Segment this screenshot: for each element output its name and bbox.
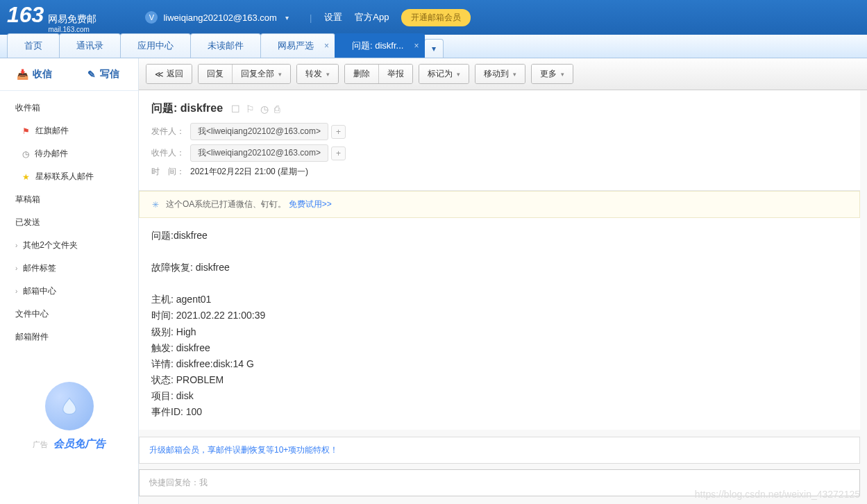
back-button[interactable]: ≪返回: [146, 65, 192, 83]
chevron-down-icon: ▾: [513, 71, 516, 78]
oa-link[interactable]: 免费试用>>: [289, 199, 332, 209]
folder-label: 已发送: [15, 217, 40, 228]
flag-icon: ⚑: [22, 126, 30, 136]
report-button[interactable]: 举报: [379, 65, 412, 83]
compose-button[interactable]: ✎ 写信: [69, 58, 139, 90]
tab-current-mail[interactable]: 问题: diskfr...×: [335, 33, 425, 58]
tabs-bar: 首页 通讯录 应用中心 未读邮件 网易严选× 问题: diskfr...× ▾: [0, 35, 867, 58]
folder-attachments[interactable]: 邮箱附件: [0, 326, 138, 348]
from-label: 发件人：: [151, 126, 190, 137]
leaf-icon: [60, 396, 79, 416]
folder-other[interactable]: ›其他2个文件夹: [0, 234, 138, 257]
tab-yanxuan[interactable]: 网易严选×: [260, 33, 335, 58]
logo-cn-text: 网易免费邮: [48, 13, 96, 26]
star-icon: ★: [22, 172, 30, 182]
reply-all-button[interactable]: 回复全部▾: [233, 65, 290, 83]
clock-outline-icon[interactable]: ◷: [260, 103, 269, 115]
top-header: 163 网易免费邮 mail.163.com V liweiqiang20210…: [0, 0, 867, 35]
tab-contacts[interactable]: 通讯录: [59, 33, 121, 58]
content-area: ≪返回 回复 回复全部▾ 转发▾ 删除 举报 标记为▾ 移动到▾ 更多▾: [139, 58, 867, 504]
add-recipient-button[interactable]: +: [331, 146, 346, 160]
folder-center[interactable]: ›邮箱中心: [0, 280, 138, 303]
ad-tag: 广告: [33, 440, 48, 448]
chevron-down-icon: ▾: [326, 71, 330, 78]
tab-apps[interactable]: 应用中心: [120, 33, 191, 58]
official-app-link[interactable]: 官方App: [355, 11, 389, 24]
chevron-right-icon: ›: [15, 264, 17, 272]
logo-number: 163: [7, 2, 44, 28]
user-account[interactable]: V liweiqiang202102@163.com ▾: [145, 11, 289, 24]
folder-star[interactable]: ★星标联系人邮件: [0, 165, 138, 188]
move-label: 移动到: [484, 68, 509, 80]
receive-button[interactable]: 📥 收信: [0, 58, 69, 90]
tab-home[interactable]: 首页: [7, 33, 60, 58]
tab-unread[interactable]: 未读邮件: [190, 33, 261, 58]
folder-sent[interactable]: 已发送: [0, 211, 138, 234]
folder-drafts[interactable]: 草稿箱: [0, 188, 138, 211]
print-icon[interactable]: ⎙: [274, 103, 280, 115]
move-button[interactable]: 移动到▾: [475, 65, 525, 83]
delete-button[interactable]: 删除: [345, 65, 379, 83]
bookmark-icon[interactable]: ☐: [231, 103, 240, 115]
upgrade-bar[interactable]: 升级邮箱会员，享邮件误删恢复等10+项功能特权！: [139, 437, 860, 464]
mail-body-line: 故障恢复: diskfree: [151, 260, 848, 276]
chevron-down-icon: ▾: [561, 71, 564, 78]
mail-body-line: 级别: High: [151, 324, 848, 340]
mail-body-line: 详情: diskfree:disk:14 G: [151, 356, 848, 372]
flag-outline-icon[interactable]: ⚐: [246, 103, 255, 115]
folder-flag[interactable]: ⚑红旗邮件: [0, 119, 138, 142]
logo[interactable]: 163 网易免费邮 mail.163.com: [7, 2, 96, 33]
chevron-down-icon: ▾: [285, 14, 289, 22]
folder-label: 邮件标签: [23, 262, 56, 274]
quick-reply-prefix: 快捷回复给：: [149, 478, 199, 487]
delete-label: 删除: [353, 68, 370, 80]
ad-text: 会员免广告: [53, 437, 106, 449]
from-value[interactable]: 我<liweiqiang202102@163.com>: [190, 123, 328, 140]
back-icon: ≪: [155, 69, 164, 79]
report-label: 举报: [387, 68, 404, 80]
folder-tags[interactable]: ›邮件标签: [0, 257, 138, 280]
more-button[interactable]: 更多▾: [532, 65, 573, 83]
tab-label: 应用中心: [137, 40, 174, 51]
mark-label: 标记为: [428, 68, 453, 80]
quick-reply-input[interactable]: 快捷回复给：我: [139, 469, 860, 496]
compose-label: 写信: [100, 68, 119, 81]
tab-dropdown-button[interactable]: ▾: [424, 39, 444, 58]
mail-subject: 问题: diskfree: [151, 101, 223, 116]
mail-body-line: 时间: 2021.02.22 21:00:39: [151, 308, 848, 324]
header-links: | 设置 官方App 开通邮箱会员: [310, 9, 471, 26]
chevron-down-icon: ▾: [457, 71, 460, 78]
mail-body-line: 主机: agent01: [151, 292, 848, 308]
time-label: 时 间：: [151, 166, 190, 178]
add-sender-button[interactable]: +: [331, 125, 346, 139]
divider: |: [310, 12, 312, 23]
clock-icon: ◷: [22, 149, 29, 159]
vip-button[interactable]: 开通邮箱会员: [401, 9, 471, 26]
chevron-right-icon: ›: [15, 242, 17, 249]
forward-button[interactable]: 转发▾: [297, 65, 338, 83]
back-label: 返回: [167, 68, 183, 80]
sidebar-actions: 📥 收信 ✎ 写信: [0, 58, 138, 91]
folder-label: 星标联系人邮件: [35, 171, 94, 183]
mail-body: 问题:diskfree 故障恢复: diskfree 主机: agent01时间…: [139, 218, 860, 430]
folder-inbox[interactable]: 收件箱: [0, 96, 138, 119]
settings-link[interactable]: 设置: [324, 11, 342, 24]
folder-filecenter[interactable]: 文件中心: [0, 303, 138, 326]
sidebar-ad[interactable]: 广告 会员免广告: [0, 382, 138, 451]
mail-toolbar: ≪返回 回复 回复全部▾ 转发▾ 删除 举报 标记为▾ 移动到▾ 更多▾: [139, 58, 867, 90]
close-icon[interactable]: ×: [414, 41, 419, 51]
folder-label: 其他2个文件夹: [23, 240, 78, 251]
mark-button[interactable]: 标记为▾: [419, 65, 469, 83]
folder-pending[interactable]: ◷待办邮件: [0, 142, 138, 165]
ad-circle-icon: [45, 382, 94, 430]
reply-button[interactable]: 回复: [199, 65, 233, 83]
chevron-down-icon: ▾: [278, 71, 282, 78]
main-area: 📥 收信 ✎ 写信 收件箱 ⚑红旗邮件 ◷待办邮件 ★星标联系人邮件 草稿箱 已…: [0, 58, 867, 504]
tab-label: 网易严选: [278, 40, 314, 51]
mail-header: 问题: diskfree ☐ ⚐ ◷ ⎙ 发件人： 我<liweiqiang20…: [139, 90, 860, 191]
to-value[interactable]: 我<liweiqiang202102@163.com>: [190, 144, 328, 162]
close-icon[interactable]: ×: [324, 41, 329, 51]
oa-text: 这个OA系统已打通微信、钉钉。: [166, 199, 286, 209]
folder-label: 红旗邮件: [35, 125, 69, 137]
forward-label: 转发: [305, 68, 322, 80]
